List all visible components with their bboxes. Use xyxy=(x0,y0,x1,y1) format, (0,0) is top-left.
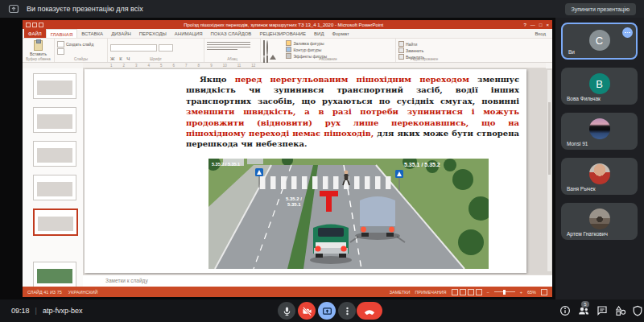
slide-thumbnail[interactable] xyxy=(33,141,76,167)
avatar-initial: C xyxy=(589,30,610,51)
tab-РЕЦЕНЗИРОВАНИЕ[interactable]: РЕЦЕНЗИРОВАНИЕ xyxy=(255,29,310,38)
clock: 09:18 xyxy=(11,307,30,315)
chat-icon xyxy=(597,305,608,316)
minimize-icon[interactable]: — xyxy=(530,23,535,27)
replace-icon xyxy=(398,47,404,53)
slide-thumbnail-selected[interactable] xyxy=(33,208,78,236)
tab-Формат[interactable]: Формат xyxy=(328,29,353,38)
sign-label-top-left: 5.35.2 / 5.35.1 xyxy=(212,162,240,167)
meet-bottom-bar: 09:18 | atp-fvxp-bex xyxy=(0,299,644,322)
sign-in-link[interactable]: Вход xyxy=(535,29,552,38)
camera-off-button[interactable] xyxy=(298,302,316,320)
host-controls-button[interactable] xyxy=(632,305,643,316)
camera-off-icon xyxy=(302,306,312,316)
slide-canvas: Якщо перед нерегульованим пішохідним пер… xyxy=(83,68,552,275)
tile-options-icon[interactable] xyxy=(622,27,633,38)
microphone-button[interactable] xyxy=(278,302,295,320)
shape-fill-button[interactable]: Заливка фигуры xyxy=(286,40,327,46)
screen-share-area: Проїзд пішохідних переходів, зупинок мар… xyxy=(0,18,555,299)
road-scene-image: 5.35.2 / 5.35.1 5.35.1 / 5.35.2 5.35.2 /… xyxy=(208,159,489,269)
participant-tile-3[interactable]: Ваня Рычек xyxy=(561,158,638,195)
powerpoint-window: Проїзд пішохідних переходів, зупинок мар… xyxy=(23,20,552,297)
zoom-slider[interactable] xyxy=(494,291,515,292)
find-button[interactable]: Найти xyxy=(398,41,450,47)
tab-ПЕРЕХОДЫ[interactable]: ПЕРЕХОДЫ xyxy=(135,29,171,38)
close-icon[interactable]: × xyxy=(546,23,549,27)
participants-sidebar: CВиBВова ФильчакMonsi 91Ваня РычекАртем … xyxy=(555,18,644,299)
microphone-icon xyxy=(282,306,292,316)
fit-to-window-icon[interactable] xyxy=(541,289,547,295)
powerpoint-statusbar: СЛАЙД 41 ИЗ 75 УКРАИНСКИЙ ЗАМЕТКИ ПРИМЕЧ… xyxy=(23,287,552,297)
group-label: Редактирование xyxy=(396,57,452,61)
shape-fill-icon xyxy=(286,40,291,46)
zoom-level[interactable]: 65% xyxy=(527,290,536,295)
slide-counter: СЛАЙД 41 ИЗ 75 xyxy=(27,290,62,295)
tab-ВСТАВКА[interactable]: ВСТАВКА xyxy=(77,29,107,38)
font-size-box[interactable] xyxy=(159,44,173,52)
more-options-icon xyxy=(342,306,353,316)
find-icon xyxy=(398,41,404,47)
meeting-details-button[interactable] xyxy=(559,305,571,316)
sign-label-top-right: 5.35.1 / 5.35.2 xyxy=(404,162,440,167)
participant-tile-0[interactable]: CВи xyxy=(561,23,638,60)
slide-scrollbar[interactable] xyxy=(547,70,551,271)
zoom-in-icon[interactable]: + xyxy=(520,290,522,295)
slide-thumbnail-panel[interactable] xyxy=(23,68,84,287)
ribbon-group-font: Ж К Ч Шрифт xyxy=(108,39,204,62)
stop-presenting-button[interactable]: Зупинити презентацію xyxy=(565,3,636,15)
chat-button[interactable] xyxy=(597,305,608,316)
new-slide-icon xyxy=(57,41,64,47)
participant-tile-4[interactable]: Артем Гнаткович xyxy=(561,203,638,240)
ribbon-group-clipboard: Вставить Буфер обмена xyxy=(23,39,55,62)
avatar-initial: B xyxy=(589,73,610,94)
powerpoint-title: Проїзд пішохідних переходів, зупинок мар… xyxy=(43,23,524,27)
tab-ГЛАВНАЯ[interactable]: ГЛАВНАЯ xyxy=(46,29,78,38)
participant-tile-1[interactable]: BВова Фильчак xyxy=(561,68,638,105)
paragraph-align-buttons[interactable] xyxy=(207,42,250,50)
google-meet-window: Ви показуєте презентацію для всіх Зупини… xyxy=(0,0,644,322)
ribbon-group-slides: Создать слайд Слайды xyxy=(55,39,108,62)
end-call-button[interactable] xyxy=(357,302,382,320)
notes-area[interactable]: Заметки к слайду xyxy=(83,275,552,287)
slide-thumbnail[interactable] xyxy=(33,262,76,287)
paste-button[interactable]: Вставить xyxy=(25,40,52,56)
clipboard-icon xyxy=(34,40,43,51)
more-options-button[interactable] xyxy=(338,302,356,320)
avatar-photo xyxy=(589,208,610,229)
ribbon-tabs: ФАЙЛГЛАВНАЯВСТАВКАДИЗАЙНПЕРЕХОДЫАНИМАЦИЯ… xyxy=(23,29,552,39)
tab-ФАЙЛ[interactable]: ФАЙЛ xyxy=(24,29,46,38)
activities-button[interactable] xyxy=(615,305,626,316)
window-controls[interactable]: ? — □ × xyxy=(524,23,549,27)
quick-access-toolbar[interactable] xyxy=(26,23,43,27)
tab-АНИМАЦИЯ[interactable]: АНИМАЦИЯ xyxy=(171,29,207,38)
slide-thumbnail[interactable] xyxy=(33,175,76,200)
comments-toggle[interactable]: ПРИМЕЧАНИЯ xyxy=(415,290,446,295)
font-name-box[interactable] xyxy=(110,44,157,52)
zoom-out-icon[interactable]: − xyxy=(487,290,489,295)
slide-thumbnail[interactable] xyxy=(33,107,76,133)
sign-label-mid-2: 5.35.1 xyxy=(287,202,301,207)
notes-toggle[interactable]: ЗАМЕТКИ xyxy=(390,290,411,295)
show-everyone-button[interactable] xyxy=(578,305,589,316)
view-switcher[interactable] xyxy=(452,289,482,295)
participant-name: Вова Фильчак xyxy=(567,96,601,101)
stop-presenting-control[interactable] xyxy=(318,302,336,320)
slide-thumbnail[interactable] xyxy=(33,73,76,99)
language-indicator[interactable]: УКРАИНСКИЙ xyxy=(68,290,98,295)
new-slide-label: Создать слайд xyxy=(66,42,93,47)
shape-outline-button[interactable]: Контур фигуры xyxy=(286,47,327,52)
current-slide[interactable]: Якщо перед нерегульованим пішохідним пер… xyxy=(85,69,526,273)
restore-icon[interactable]: □ xyxy=(539,23,543,27)
participant-tile-2[interactable]: Monsi 91 xyxy=(561,113,638,150)
powerpoint-titlebar: Проїзд пішохідних переходів, зупинок мар… xyxy=(23,20,552,29)
replace-button[interactable]: Заменить xyxy=(398,47,450,53)
tab-ПОКАЗ СЛАЙДОВ[interactable]: ПОКАЗ СЛАЙДОВ xyxy=(207,29,256,38)
tab-ВИД[interactable]: ВИД xyxy=(310,29,328,38)
horizontal-ruler: 123456789101112 xyxy=(83,63,546,68)
help-icon[interactable]: ? xyxy=(524,23,526,27)
shield-icon xyxy=(632,305,643,316)
slide-paragraph: Якщо перед нерегульованим пішохідним пер… xyxy=(186,74,519,150)
new-slide-button[interactable]: Создать слайд xyxy=(57,41,105,47)
tab-ДИЗАЙН[interactable]: ДИЗАЙН xyxy=(107,29,135,38)
group-label: Слайды xyxy=(55,57,107,61)
